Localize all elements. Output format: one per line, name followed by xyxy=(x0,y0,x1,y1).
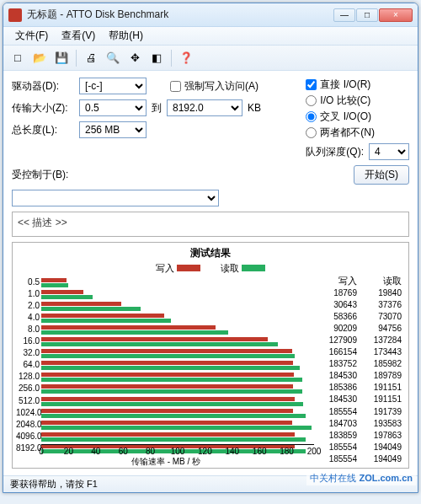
results-table: 写入18769306435836690209127909166154183752… xyxy=(317,275,407,466)
new-icon[interactable]: □ xyxy=(8,49,27,67)
queue-depth-label: 队列深度(Q): xyxy=(306,145,364,159)
start-button[interactable]: 开始(S) xyxy=(354,165,409,185)
bar-row: 16.0 xyxy=(41,335,314,347)
bar-row: 1024.0 xyxy=(41,407,314,419)
bar-row: 512.0 xyxy=(41,395,314,407)
queue-depth-select[interactable]: 4 xyxy=(369,143,409,160)
transfer-from-select[interactable]: 0.5 xyxy=(79,99,147,116)
bar-row: 2.0 xyxy=(41,300,314,312)
bar-row: 1.0 xyxy=(41,288,314,300)
menubar: 文件(F) 查看(V) 帮助(H) xyxy=(3,27,418,46)
toolbar-divider xyxy=(171,50,172,67)
print-icon[interactable]: 🖨 xyxy=(82,49,100,67)
bar-row: 4096.0 xyxy=(41,431,314,442)
length-select[interactable]: 256 MB xyxy=(79,121,147,138)
minimize-button[interactable]: — xyxy=(333,8,355,22)
bar-row: 2048.0 xyxy=(41,419,314,431)
window-title: 无标题 - ATTO Disk Benchmark xyxy=(27,8,333,22)
controlled-by-select[interactable] xyxy=(12,190,219,206)
titlebar[interactable]: 无标题 - ATTO Disk Benchmark — □ × xyxy=(3,3,418,27)
app-icon xyxy=(8,8,22,22)
results-title: 测试结果 xyxy=(14,246,407,262)
results-panel: 测试结果 写入 读取 0.51.02.04.08.016.032.064.012… xyxy=(12,242,409,469)
menu-file[interactable]: 文件(F) xyxy=(8,27,55,45)
save-icon[interactable]: 💾 xyxy=(52,49,71,67)
move-icon[interactable]: ✥ xyxy=(125,49,144,67)
force-write-checkbox[interactable]: 强制写入访问(A) xyxy=(170,79,258,94)
close-button[interactable]: × xyxy=(379,8,413,22)
neither-radio[interactable]: 两者都不(N) xyxy=(306,126,409,140)
drive-select[interactable]: [-c-] xyxy=(79,78,147,94)
bar-chart: 0.51.02.04.08.016.032.064.0128.0256.0512… xyxy=(14,275,317,466)
toolbar-divider xyxy=(76,50,77,67)
transfer-size-label: 传输大小(Z): xyxy=(12,101,74,115)
bar-row: 4.0 xyxy=(41,312,314,324)
unknown-icon[interactable]: ◧ xyxy=(147,49,166,67)
chart-legend: 写入 读取 xyxy=(14,262,407,275)
io-compare-radio[interactable]: I/O 比较(C) xyxy=(306,94,409,108)
bar-row: 64.0 xyxy=(41,359,314,371)
direct-io-checkbox[interactable]: 直接 I/O(R) xyxy=(306,78,409,92)
controlled-by-label: 受控制于(B): xyxy=(12,168,74,182)
bar-row: 32.0 xyxy=(41,347,314,359)
maximize-button[interactable]: □ xyxy=(356,8,378,22)
to-label: 到 xyxy=(152,101,162,115)
drive-label: 驱动器(D): xyxy=(12,79,74,94)
watermark: 中关村在线 ZOL.com.cn xyxy=(306,471,416,485)
menu-view[interactable]: 查看(V) xyxy=(55,27,102,45)
help-icon[interactable]: ❓ xyxy=(177,49,195,67)
col-read-header: 读取 xyxy=(362,275,402,288)
overlapped-radio[interactable]: 交叉 I/O(O) xyxy=(306,110,409,124)
open-icon[interactable]: 📂 xyxy=(30,49,49,67)
description-box[interactable]: << 描述 >> xyxy=(12,212,409,237)
toolbar: □ 📂 💾 🖨 🔍 ✥ ◧ ❓ xyxy=(3,46,418,71)
preview-icon[interactable]: 🔍 xyxy=(104,49,122,67)
col-write-header: 写入 xyxy=(317,275,357,288)
bar-row: 128.0 xyxy=(41,371,314,383)
menu-help[interactable]: 帮助(H) xyxy=(102,27,150,45)
transfer-to-select[interactable]: 8192.0 xyxy=(167,99,242,116)
x-axis-label: 传输速率 - MB / 秒 xyxy=(14,456,317,468)
bar-row: 8.0 xyxy=(41,324,314,335)
bar-row: 256.0 xyxy=(41,383,314,394)
bar-row: 0.5 xyxy=(41,276,314,288)
total-length-label: 总长度(L): xyxy=(12,123,74,137)
unit-label: KB xyxy=(248,102,261,114)
